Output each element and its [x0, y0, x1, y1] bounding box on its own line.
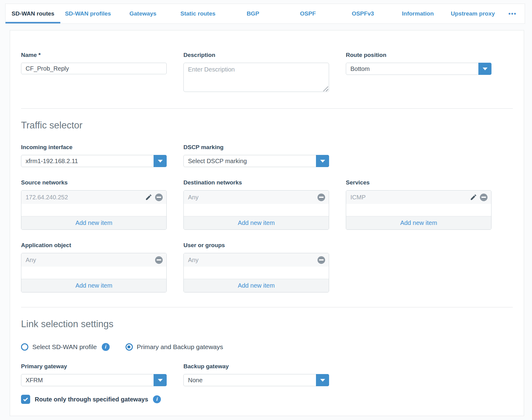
radio-icon[interactable]: [21, 343, 28, 351]
incoming-interface-label: Incoming interface: [21, 144, 167, 151]
source-networks-label: Source networks: [21, 179, 167, 186]
services-listbox: ICMP Add new item: [346, 190, 491, 230]
application-object-label: Application object: [21, 242, 167, 249]
tab-bgp[interactable]: BGP: [225, 4, 280, 23]
radio-primary-backup-gateways[interactable]: Primary and Backup gateways: [126, 343, 223, 351]
backup-gateway-value: None: [184, 377, 203, 384]
description-textarea[interactable]: [183, 63, 329, 92]
radio-label: Primary and Backup gateways: [137, 343, 223, 351]
add-new-item-button[interactable]: Add new item: [21, 279, 166, 292]
radio-select-sdwan-profile[interactable]: Select SD-WAN profile: [21, 343, 97, 351]
list-item: 172.64.240.252: [21, 191, 166, 204]
destination-networks-label: Destination networks: [183, 179, 329, 186]
dscp-marking-value: Select DSCP marking: [184, 158, 247, 165]
route-position-field-group: Route position Bottom: [346, 52, 491, 93]
route-position-select[interactable]: Bottom: [346, 63, 491, 75]
user-or-groups-field-group: User or groups Any Add new item: [183, 242, 329, 292]
listbox-empty-area: [21, 204, 166, 216]
edit-icon[interactable]: [145, 194, 152, 201]
info-icon[interactable]: i: [153, 395, 161, 403]
incoming-interface-field-group: Incoming interface xfrm1-192.168.2.11: [21, 144, 167, 167]
backup-gateway-label: Backup gateway: [183, 363, 329, 370]
link-selection-title: Link selection settings: [21, 319, 513, 329]
list-item: Any: [184, 253, 329, 267]
chevron-down-icon[interactable]: [316, 155, 329, 167]
checkbox-checked-icon[interactable]: [21, 395, 30, 404]
source-networks-field-group: Source networks 172.64.240.252 Add new i…: [21, 179, 167, 230]
tab-bar: SD-WAN routes SD-WAN profiles Gateways S…: [5, 4, 525, 24]
add-new-item-button[interactable]: Add new item: [184, 279, 329, 292]
remove-icon[interactable]: [155, 256, 163, 264]
dscp-marking-field-group: DSCP marking Select DSCP marking: [183, 144, 329, 167]
chevron-down-icon[interactable]: [316, 374, 329, 386]
chevron-down-icon[interactable]: [154, 374, 167, 386]
remove-icon[interactable]: [317, 256, 325, 264]
primary-gateway-value: XFRM: [21, 377, 43, 384]
remove-icon[interactable]: [480, 194, 488, 201]
listbox-empty-area: [21, 267, 166, 279]
traffic-selector-title: Traffic selector: [21, 120, 513, 131]
add-new-item-button[interactable]: Add new item: [21, 216, 166, 229]
section-divider: [21, 108, 513, 109]
radio-selected-icon[interactable]: [126, 343, 133, 351]
services-label: Services: [346, 179, 491, 186]
description-field-group: Description: [183, 52, 329, 93]
user-or-groups-label: User or groups: [183, 242, 329, 249]
add-new-item-button[interactable]: Add new item: [346, 216, 491, 229]
list-item: Any: [21, 253, 166, 267]
radio-label: Select SD-WAN profile: [32, 343, 97, 351]
description-label: Description: [183, 52, 329, 58]
tab-upstream-proxy[interactable]: Upstream proxy: [445, 4, 500, 23]
listbox-empty-area: [184, 204, 329, 216]
primary-gateway-field-group: Primary gateway XFRM: [21, 363, 167, 386]
backup-gateway-field-group: Backup gateway None: [183, 363, 329, 386]
tab-static-routes[interactable]: Static routes: [170, 4, 225, 23]
list-item-value: 172.64.240.252: [26, 194, 145, 201]
info-icon[interactable]: i: [102, 343, 110, 351]
application-object-field-group: Application object Any Add new item: [21, 242, 167, 292]
tab-information[interactable]: Information: [390, 4, 445, 23]
tab-ospfv3[interactable]: OSPFv3: [335, 4, 390, 23]
listbox-empty-area: [184, 267, 329, 279]
tab-sdwan-routes[interactable]: SD-WAN routes: [5, 4, 60, 23]
route-position-value: Bottom: [346, 65, 370, 72]
destination-networks-field-group: Destination networks Any Add new item: [183, 179, 329, 230]
route-position-label: Route position: [346, 52, 491, 58]
incoming-interface-value: xfrm1-192.168.2.11: [21, 158, 78, 165]
tab-sdwan-profiles[interactable]: SD-WAN profiles: [60, 4, 115, 23]
sdwan-route-form-card: Name * Description Route position Bottom: [10, 30, 524, 416]
primary-gateway-select[interactable]: XFRM: [21, 374, 167, 386]
user-or-groups-listbox: Any Add new item: [183, 253, 329, 292]
incoming-interface-select[interactable]: xfrm1-192.168.2.11: [21, 155, 167, 167]
edit-icon[interactable]: [470, 194, 477, 201]
list-item: Any: [184, 191, 329, 204]
primary-gateway-label: Primary gateway: [21, 363, 167, 370]
services-field-group: Services ICMP Add new item: [346, 179, 491, 230]
route-only-row: Route only through specified gateways i: [21, 395, 513, 404]
listbox-empty-area: [346, 204, 491, 216]
list-item-value: ICMP: [350, 194, 470, 201]
tab-ospf[interactable]: OSPF: [280, 4, 335, 23]
add-new-item-button[interactable]: Add new item: [184, 216, 329, 229]
remove-icon[interactable]: [317, 194, 325, 201]
tab-gateways[interactable]: Gateways: [115, 4, 170, 23]
route-only-label: Route only through specified gateways: [35, 396, 148, 403]
list-item-value: Any: [26, 257, 155, 264]
source-networks-listbox: 172.64.240.252 Add new item: [21, 190, 167, 230]
destination-networks-listbox: Any Add new item: [183, 190, 329, 230]
link-selection-options: Select SD-WAN profile i Primary and Back…: [21, 343, 513, 351]
section-divider: [21, 307, 513, 307]
list-item-value: Any: [188, 194, 317, 201]
remove-icon[interactable]: [155, 194, 163, 201]
list-item: ICMP: [346, 191, 491, 204]
backup-gateway-select[interactable]: None: [183, 374, 329, 386]
application-object-listbox: Any Add new item: [21, 253, 167, 292]
chevron-down-icon[interactable]: [478, 63, 491, 75]
list-item-value: Any: [188, 257, 317, 264]
name-label: Name *: [21, 52, 167, 58]
name-input[interactable]: [21, 63, 167, 74]
name-field-group: Name *: [21, 52, 167, 93]
tabs-overflow-icon[interactable]: •••: [500, 4, 525, 23]
chevron-down-icon[interactable]: [154, 155, 167, 167]
dscp-marking-select[interactable]: Select DSCP marking: [183, 155, 329, 167]
